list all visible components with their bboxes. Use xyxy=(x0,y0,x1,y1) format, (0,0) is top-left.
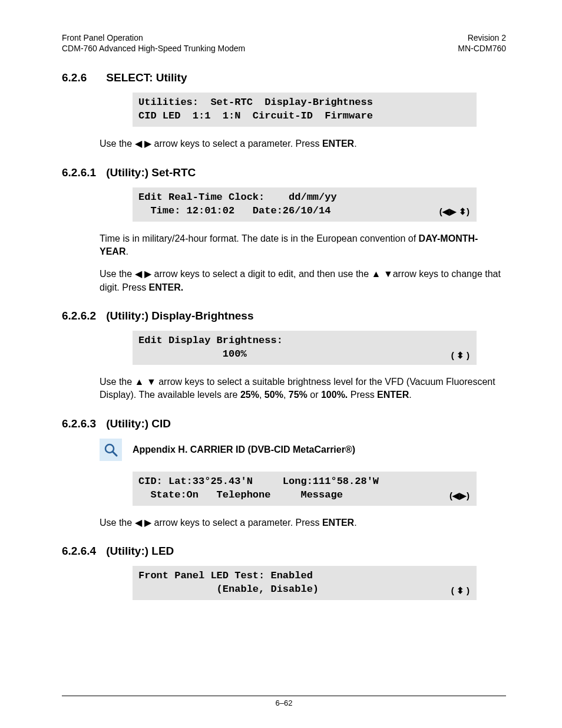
svg-line-1 xyxy=(113,452,117,456)
left-right-arrow-icon: (◀▶) xyxy=(449,490,470,502)
up-down-arrow-icon: ▲ ▼ xyxy=(135,377,156,387)
section-title: (Utility:) Set-RTC xyxy=(106,166,196,179)
section-heading-6-2-6-2: 6.2.6.2 (Utility:) Display-Brightness xyxy=(62,309,506,322)
reference-callout: Appendix H. CARRIER ID (DVB-CID MetaCarr… xyxy=(100,439,506,461)
header-left-2: CDM-760 Advanced High-Speed Trunking Mod… xyxy=(62,43,245,54)
section-number: 6.2.6.1 xyxy=(62,166,103,179)
magnifying-glass-icon xyxy=(100,439,122,461)
lcd-display-cid: CID: Lat:33°25.43'N Long:111°58.28'W Sta… xyxy=(133,472,477,506)
header-left-1: Front Panel Operation xyxy=(62,32,245,43)
up-down-arrow-icon: ( ⬍ ) xyxy=(451,350,470,361)
lcd-display-utility: Utilities: Set-RTC Display-Brightness CI… xyxy=(133,93,477,127)
section-heading-6-2-6-3: 6.2.6.3 (Utility:) CID xyxy=(62,417,506,430)
section-title: (Utility:) LED xyxy=(106,545,174,557)
page-number: 6–62 xyxy=(276,699,293,707)
body-text: Use the ◀ ▶ arrow keys to select a digit… xyxy=(100,268,506,294)
lcd-display-led: Front Panel LED Test: Enabled (Enable, D… xyxy=(133,566,477,600)
section-number: 6.2.6.2 xyxy=(62,309,103,322)
lcd-display-brightness: Edit Display Brightness: 100%( ⬍ ) xyxy=(133,331,477,365)
body-text: Use the ◀ ▶ arrow keys to select a param… xyxy=(100,516,506,529)
body-text: Use the ◀ ▶ arrow keys to select a param… xyxy=(100,137,506,150)
left-right-arrow-icon: ◀ ▶ xyxy=(135,269,151,279)
nav-arrows-icon: (◀▶ ⬍) xyxy=(439,206,470,218)
section-heading-6-2-6-1: 6.2.6.1 (Utility:) Set-RTC xyxy=(62,166,506,179)
section-number: 6.2.6.4 xyxy=(62,545,103,558)
header-right-1: Revision 2 xyxy=(458,32,506,43)
section-title: (Utility:) Display-Brightness xyxy=(106,309,253,322)
section-number: 6.2.6 xyxy=(62,71,103,84)
page-footer: 6–62 xyxy=(62,696,506,707)
header-right-2: MN-CDM760 xyxy=(458,43,506,54)
body-text: Time is in military/24-hour format. The … xyxy=(100,232,506,259)
reference-text: Appendix H. CARRIER ID (DVB-CID MetaCarr… xyxy=(133,444,355,455)
up-down-arrow-icon: ( ⬍ ) xyxy=(451,585,470,597)
lcd-display-rtc: Edit Real-Time Clock: dd/mm/yy Time: 12:… xyxy=(133,187,477,222)
page-header: Front Panel Operation CDM-760 Advanced H… xyxy=(62,32,506,54)
section-heading-6-2-6-4: 6.2.6.4 (Utility:) LED xyxy=(62,545,506,558)
section-heading-6-2-6: 6.2.6 SELECT: Utility xyxy=(62,71,506,84)
section-title: (Utility:) CID xyxy=(106,417,171,430)
section-number: 6.2.6.3 xyxy=(62,417,103,430)
section-title: SELECT: Utility xyxy=(106,71,187,84)
left-right-arrow-icon: ◀ ▶ xyxy=(135,518,151,528)
left-right-arrow-icon: ◀ ▶ xyxy=(135,139,151,149)
up-down-arrow-icon: ▲ ▼ xyxy=(372,269,393,279)
body-text: Use the ▲ ▼ arrow keys to select a suita… xyxy=(100,375,506,402)
